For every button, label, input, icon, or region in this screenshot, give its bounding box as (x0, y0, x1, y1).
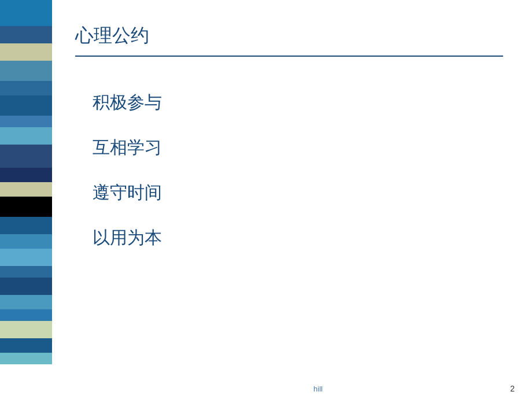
stripe (0, 145, 52, 168)
slide-title: 心理公约 (75, 23, 503, 49)
footer-watermark: hill (313, 385, 323, 393)
stripe (0, 197, 52, 217)
stripe (0, 309, 52, 321)
bullet-item-1: 积极参与 (93, 80, 503, 125)
stripe (0, 43, 52, 61)
stripe (0, 321, 52, 338)
bullet-item-4: 以用为本 (93, 215, 503, 260)
stripe (0, 168, 52, 182)
stripe (0, 353, 52, 364)
stripe (0, 127, 52, 145)
stripe (0, 278, 52, 295)
stripe (0, 295, 52, 309)
main-content: 心理公约 积极参与 互相学习 遵守时间 以用为本 hill 2 (52, 0, 532, 399)
slide-number: 2 (510, 384, 515, 393)
bullet-item-3: 遵守时间 (93, 170, 503, 215)
stripe (0, 249, 52, 266)
stripe (0, 81, 52, 95)
stripe (0, 217, 52, 234)
stripe (0, 0, 52, 26)
slide: 心理公约 积极参与 互相学习 遵守时间 以用为本 hill 2 (0, 0, 532, 399)
left-stripe-decoration (0, 0, 52, 399)
bullet-list: 积极参与 互相学习 遵守时间 以用为本 (75, 80, 503, 260)
stripe (0, 266, 52, 278)
stripe (0, 182, 52, 197)
stripe (0, 338, 52, 353)
stripe (0, 26, 52, 43)
stripe (0, 234, 52, 249)
stripe (0, 95, 52, 116)
stripe (0, 61, 52, 81)
title-divider (75, 56, 503, 57)
stripe (0, 116, 52, 127)
bullet-item-2: 互相学习 (93, 125, 503, 170)
